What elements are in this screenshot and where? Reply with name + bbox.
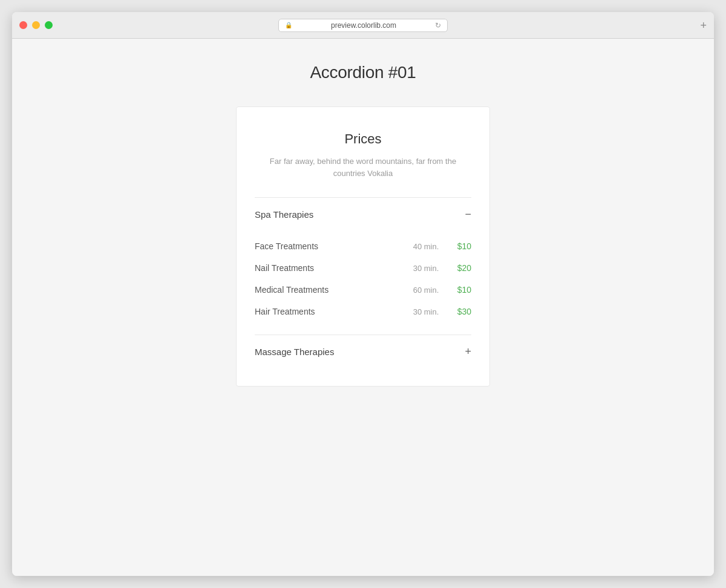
treatment-row-hair: Hair Treatments 30 min. $30 — [255, 301, 471, 322]
accordion-header-massage[interactable]: Massage Therapies + — [255, 335, 471, 368]
accordion-header-title-spa: Spa Therapies — [255, 209, 313, 220]
treatment-price-nail: $20 — [447, 263, 471, 273]
address-bar[interactable]: 🔒 preview.colorlib.com ↻ — [278, 19, 448, 32]
treatment-name-nail: Nail Treatments — [255, 263, 405, 273]
treatment-duration-hair: 30 min. — [405, 307, 447, 316]
card-title: Prices — [255, 131, 471, 147]
accordion-header-spa[interactable]: Spa Therapies − — [255, 198, 471, 230]
maximize-button[interactable] — [45, 21, 53, 29]
accordion-card: Prices Far far away, behind the word mou… — [236, 106, 490, 387]
traffic-lights — [19, 21, 53, 29]
url-text: preview.colorlib.com — [296, 21, 431, 30]
treatment-duration-nail: 30 min. — [405, 264, 447, 273]
treatment-price-hair: $30 — [447, 307, 471, 316]
accordion-collapse-icon-spa: − — [465, 209, 471, 220]
accordion-expand-icon-massage: + — [465, 346, 471, 357]
treatment-duration-face: 40 min. — [405, 242, 447, 251]
card-subtitle: Far far away, behind the word mountains,… — [255, 155, 471, 179]
refresh-icon[interactable]: ↻ — [435, 21, 441, 30]
accordion-section-massage: Massage Therapies + — [255, 335, 471, 368]
treatment-row-face: Face Treatments 40 min. $10 — [255, 235, 471, 257]
treatment-name-medical: Medical Treatments — [255, 285, 405, 295]
treatment-row-nail: Nail Treatments 30 min. $20 — [255, 257, 471, 279]
close-button[interactable] — [19, 21, 27, 29]
page-title: Accordion #01 — [310, 63, 416, 82]
accordion-header-title-massage: Massage Therapies — [255, 347, 334, 357]
treatment-duration-medical: 60 min. — [405, 286, 447, 295]
treatment-row-medical: Medical Treatments 60 min. $10 — [255, 279, 471, 301]
browser-window: 🔒 preview.colorlib.com ↻ + Accordion #01… — [12, 12, 714, 576]
new-tab-button[interactable]: + — [700, 20, 707, 31]
lock-icon: 🔒 — [285, 22, 292, 28]
treatment-price-face: $10 — [447, 241, 471, 251]
accordion-body-spa: Face Treatments 40 min. $10 Nail Treatme… — [255, 230, 471, 335]
treatment-name-hair: Hair Treatments — [255, 307, 405, 316]
titlebar: 🔒 preview.colorlib.com ↻ + — [12, 12, 714, 39]
treatment-price-medical: $10 — [447, 285, 471, 295]
page-content: Accordion #01 Prices Far far away, behin… — [12, 39, 714, 576]
treatment-name-face: Face Treatments — [255, 241, 405, 251]
minimize-button[interactable] — [32, 21, 40, 29]
accordion-section-spa: Spa Therapies − Face Treatments 40 min. … — [255, 197, 471, 335]
